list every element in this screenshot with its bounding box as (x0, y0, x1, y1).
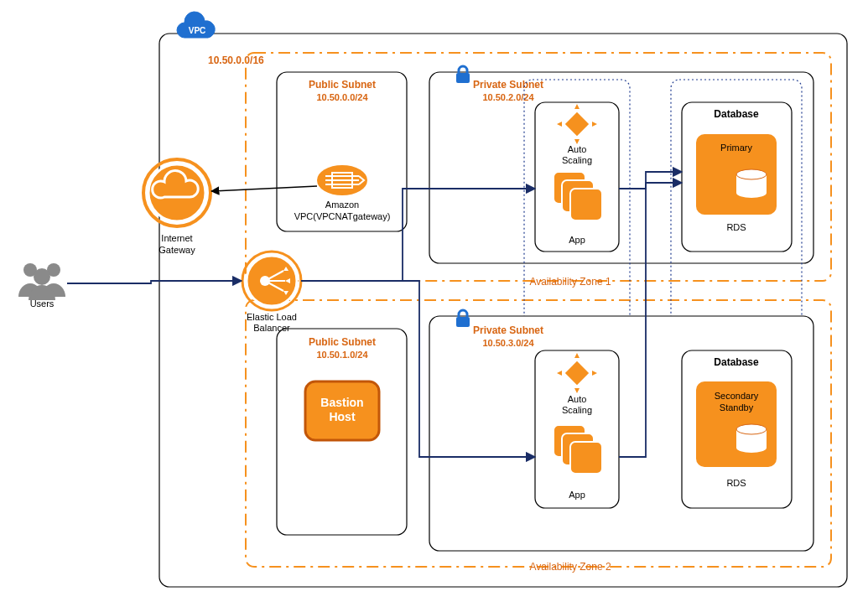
elb-label-2: Balancer (253, 323, 290, 333)
public1-cidr: 10.50.0.0/24 (316, 92, 368, 102)
primary-label: Primary (720, 143, 752, 153)
svg-rect-8 (456, 73, 470, 83)
users-icon (18, 263, 65, 300)
az2-label: Availability Zone 2 (529, 561, 611, 573)
igw-label-1: Internet (161, 233, 192, 243)
svg-rect-26 (570, 442, 602, 474)
nat-label-2: VPC(VPCNATgateway) (294, 211, 391, 221)
autoscale2-label-1: Auto (568, 394, 587, 404)
rds-primary-icon: Primary (696, 134, 777, 215)
bastion-label-2: Host (329, 410, 355, 423)
users-label: Users (30, 298, 55, 309)
autoscale2-label-2: Scaling (562, 405, 592, 415)
database-1: Database Primary RDS (682, 102, 792, 252)
nat-gateway-icon (317, 165, 367, 195)
public1-title: Public Subnet (309, 79, 376, 91)
private2-title: Private Subnet (473, 324, 543, 336)
database-2: Database Secondary Standby RDS (682, 350, 792, 508)
vpc-cidr-label: 10.50.0.0/16 (208, 54, 264, 66)
autoscaling-app-1: Auto Scaling App (535, 102, 619, 252)
bastion-label-1: Bastion (320, 396, 363, 409)
svg-rect-21 (456, 317, 470, 327)
public2-title: Public Subnet (309, 336, 376, 348)
public2-cidr: 10.50.1.0/24 (316, 350, 368, 360)
autoscale-label-2: Scaling (562, 155, 592, 165)
nat-label-1: Amazon (325, 200, 359, 210)
elb-label-1: Elastic Load (247, 312, 297, 322)
db1-title: Database (714, 108, 759, 120)
autoscaling-app-2: Auto Scaling App (535, 350, 619, 508)
rds-label-2: RDS (726, 478, 746, 488)
elb-icon (242, 252, 301, 310)
db2-title: Database (714, 356, 759, 368)
igw-label-2: Gateway (159, 245, 195, 255)
az1-label: Availability Zone 1 (529, 276, 611, 288)
secondary-label-1: Secondary (715, 391, 759, 401)
svg-point-43 (34, 268, 50, 285)
rds-label-1: RDS (726, 222, 746, 232)
rds-secondary-icon: Secondary Standby (696, 381, 777, 467)
public-subnet-1: Public Subnet 10.50.0.0/24 Amazon VPC(VP… (277, 72, 407, 231)
svg-rect-13 (570, 189, 602, 220)
private2-cidr: 10.50.3.0/24 (482, 338, 534, 348)
app-label-2: App (569, 490, 585, 500)
private1-cidr: 10.50.2.0/24 (482, 92, 534, 102)
public-subnet-2: Public Subnet 10.50.1.0/24 Bastion Host (277, 329, 407, 535)
aws-architecture-diagram: VPC 10.50.0.0/16 Availability Zone 1 Ava… (0, 0, 868, 607)
internet-gateway-icon (143, 159, 211, 226)
secondary-label-2: Standby (720, 402, 754, 412)
private1-title: Private Subnet (473, 79, 543, 91)
app-label-1: App (569, 235, 585, 245)
vpc-badge-text: VPC (189, 26, 206, 35)
autoscale-label-1: Auto (568, 144, 587, 154)
vpc-badge-icon: VPC (177, 12, 215, 38)
